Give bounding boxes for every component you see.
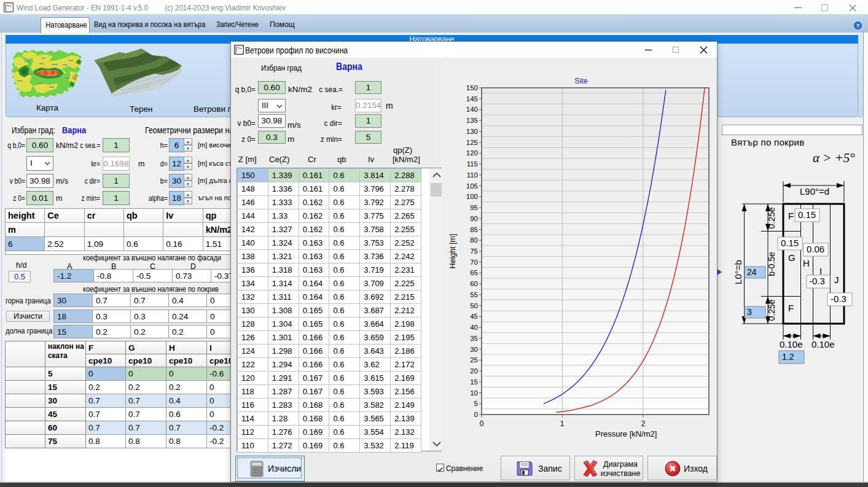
svg-text:0.25e: 0.25e	[767, 299, 776, 321]
svg-text:I: I	[819, 266, 822, 276]
svg-text:40: 40	[470, 324, 478, 331]
svg-text:0.25e: 0.25e	[767, 207, 776, 228]
svg-text:Height [m]: Height [m]	[448, 234, 457, 269]
svg-text:J: J	[834, 275, 839, 285]
svg-text:90: 90	[470, 215, 478, 222]
svg-text:80: 80	[470, 236, 478, 244]
svg-text:F: F	[788, 303, 794, 313]
svg-text:120: 120	[466, 149, 478, 157]
svg-text:3: 3	[747, 307, 752, 317]
svg-text:L0°=b: L0°=b	[734, 260, 743, 284]
svg-text:0: 0	[480, 419, 484, 428]
svg-text:?: ?	[856, 23, 860, 29]
svg-text:-0.3: -0.3	[809, 276, 825, 286]
svg-text:20: 20	[470, 367, 478, 375]
svg-text:15: 15	[470, 378, 478, 386]
svg-text:F: F	[788, 211, 794, 221]
svg-text:0: 0	[474, 411, 478, 418]
svg-text:65: 65	[470, 269, 478, 276]
svg-text:0.10e: 0.10e	[811, 339, 835, 349]
svg-text:-0.3: -0.3	[831, 294, 846, 304]
svg-text:30: 30	[470, 346, 478, 353]
svg-text:55: 55	[470, 291, 478, 298]
svg-text:60: 60	[470, 280, 478, 287]
svg-text:b-0.5e: b-0.5e	[767, 252, 776, 276]
svg-text:100: 100	[466, 193, 478, 200]
svg-text:0.15: 0.15	[781, 238, 799, 248]
svg-text:24: 24	[747, 267, 757, 277]
svg-text:105: 105	[466, 182, 478, 190]
svg-text:115: 115	[467, 160, 478, 168]
svg-text:150: 150	[466, 84, 478, 92]
svg-text:75: 75	[470, 247, 478, 255]
svg-text:145: 145	[466, 95, 478, 103]
svg-text:L90°=d: L90°=d	[800, 186, 829, 197]
svg-text:Pressure [kN/m2]: Pressure [kN/m2]	[595, 429, 657, 438]
svg-text:70: 70	[470, 259, 478, 266]
svg-text:125: 125	[466, 139, 478, 146]
svg-text:1.2: 1.2	[782, 352, 794, 362]
svg-text:10: 10	[470, 389, 478, 397]
svg-text:45: 45	[470, 313, 478, 320]
svg-text:1: 1	[560, 419, 565, 428]
svg-text:Site: Site	[574, 77, 588, 85]
svg-text:0.06: 0.06	[807, 244, 824, 254]
svg-text:0.10e: 0.10e	[780, 339, 803, 349]
svg-text:25: 25	[470, 356, 478, 364]
svg-text:135: 135	[466, 117, 478, 124]
svg-text:50: 50	[470, 302, 478, 310]
svg-text:G: G	[788, 252, 796, 263]
svg-text:110: 110	[467, 171, 478, 179]
svg-text:5: 5	[474, 400, 478, 407]
svg-text:H: H	[803, 258, 810, 268]
svg-text:140: 140	[466, 106, 478, 113]
svg-text:2: 2	[641, 419, 646, 428]
svg-text:95: 95	[470, 204, 478, 211]
svg-text:85: 85	[470, 226, 478, 233]
svg-text:0.15: 0.15	[798, 209, 816, 220]
svg-text:130: 130	[466, 128, 478, 135]
svg-text:35: 35	[470, 335, 478, 342]
